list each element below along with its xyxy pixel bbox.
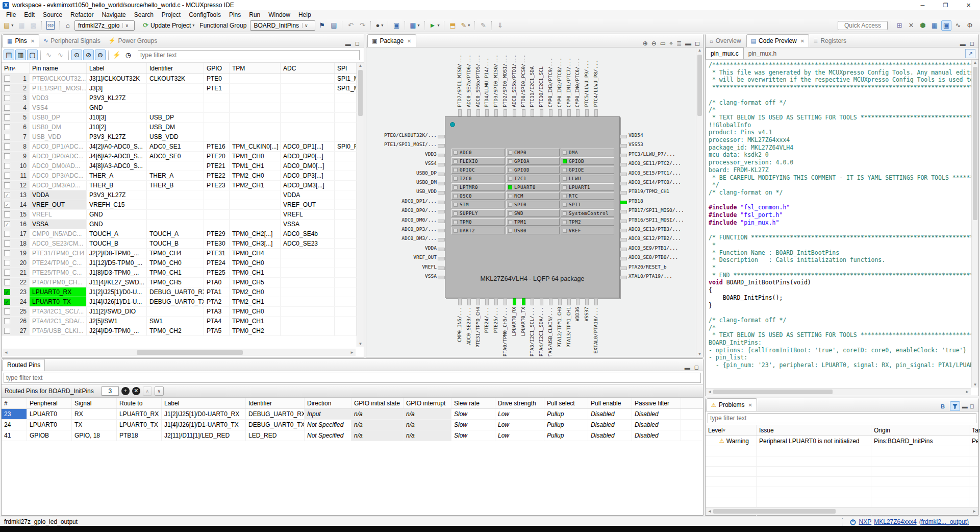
pins-table-row[interactable]: ✓14VREF_OUTVREFH_C15VREF_OUT [2,200,357,210]
peripheral-lptmr0[interactable]: LPTMR0 [451,183,505,191]
pin-stub[interactable] [620,276,627,279]
pins-table-row[interactable]: 15VREFLGNDVREFL [2,210,357,220]
column-header-pull-enable[interactable]: Pull enable [588,398,632,408]
routed-pins-row[interactable]: 41GPIOBGPIO, 18PTB18J2[11]/D11[1]/LED_RE… [2,430,703,441]
pins-table-row[interactable]: 3VDD3P3V3_KL27Z [2,93,357,103]
pin-stub[interactable] [438,163,445,166]
peripheral-rtc[interactable]: RTC [561,192,614,200]
package-pin-label[interactable]: ADC0_SE8/PTB0/... [629,254,698,260]
column-header-gpio[interactable]: GPIO [204,63,230,74]
export-code-icon[interactable]: ↗ [965,49,975,58]
package-pin-label[interactable]: PTB19/TPM2_CH1 [629,188,698,194]
peripheral-tpm2[interactable]: TPM2 [561,218,614,226]
pin-checkbox[interactable] [4,85,10,91]
package-pin-label[interactable]: ADC0_SE12/PTB2/... [629,235,698,241]
power-pins-button[interactable]: ⚡ [111,50,122,60]
close-icon[interactable]: ✕ [407,38,411,44]
pin-stub[interactable] [576,109,580,116]
pins-table-row[interactable]: ✓13VDDAP3V3_KL27ZVDDA [2,190,357,200]
peripheral-dma[interactable]: DMA [561,149,614,156]
peripheral-vref[interactable]: VREF [561,227,614,234]
pin-checkbox[interactable]: ✓ [4,289,10,295]
pin-stub[interactable] [620,248,627,251]
pin-checkbox[interactable] [4,240,10,247]
pins-filter-input[interactable] [138,50,360,60]
peripheral-spi1[interactable]: SPI1 [561,201,614,208]
code-editor[interactable]: /***************************************… [706,60,971,388]
peripheral-swd[interactable]: SWD [506,209,560,217]
peripheral-spi0[interactable]: SPI0 [506,201,560,208]
pin-stub[interactable] [504,298,507,305]
zoom-fit-icon[interactable]: ▭ [660,40,666,47]
peripheral-supply[interactable]: SUPPLY [451,209,505,217]
routed-pins-count-input[interactable] [102,386,119,396]
pins-table-row[interactable]: 8ADC0_DP1/ADC...J4[2]/A0-ADC0_S...ADC0_S… [2,142,357,152]
pin-checkbox[interactable] [4,163,10,169]
menu-refactor[interactable]: Refactor [66,11,97,18]
package-pin-label[interactable]: ADC0_SE13/PTB3/... [629,226,698,232]
pin-stub[interactable] [540,298,543,305]
pin-stub[interactable] [513,109,516,116]
pins-table-row[interactable]: 7USB_VDDP3V3_KL27ZUSB_VDD [2,132,357,142]
functional-group-combo[interactable]: BOARD_InitPins ∨ [250,20,315,31]
menu-file[interactable]: File [2,11,20,18]
column-header-issue[interactable]: Issue [757,425,871,436]
package-pin-label[interactable]: PTC3/LLWU_P7/... [629,151,698,157]
pin-checkbox[interactable] [4,318,10,324]
package-pin-label[interactable]: CMP0_IN1/PTC7/... [566,58,573,107]
pins-compact-view-button[interactable]: ▥ [15,50,26,60]
pin-stub[interactable] [620,229,627,232]
package-pin-label[interactable]: PTA20/RESET_b [629,264,698,270]
pin-stub[interactable] [522,109,525,116]
tab-routed-pins[interactable]: Routed Pins [3,359,45,371]
menu-edit[interactable]: Edit [20,11,39,18]
pin-checkbox[interactable] [4,134,10,140]
pin-stub[interactable] [620,191,627,195]
package-pin-label[interactable]: ADC0_DM0/... [367,217,437,223]
close-icon[interactable]: ✕ [748,402,752,408]
minimize-panel-icon[interactable]: ▬ [962,403,968,409]
package-pin-label[interactable]: VDDA [367,245,437,251]
device-link[interactable]: MKL27Z64xxx4 [874,518,916,525]
pins-table-row[interactable]: 17CMP0_IN5/ADC...TOUCH_ATOUCH_APTE29TPM0… [2,229,357,239]
peripheral-osc0[interactable]: OSC0 [451,192,505,200]
package-pin-label[interactable]: ADC0_SE14/PTC0/... [629,179,698,185]
flag-button[interactable]: ⚑ [317,20,327,31]
pin-stub[interactable] [504,109,507,116]
column-header-signal[interactable]: Signal [72,398,117,408]
pin-stub[interactable] [438,229,445,232]
column-header-slew-rate[interactable]: Slew rate [451,398,495,408]
package-pin-label[interactable]: ADC0_SE7b/PTD6/... [466,55,473,107]
peripheral-lpuart0[interactable]: LPUART0 [506,183,560,191]
pin-checkbox[interactable] [4,124,10,130]
package-pin-label[interactable]: PTA12/TPM1_CH0 [557,307,564,348]
pin-stub-routed[interactable] [522,298,525,305]
pins-table-row[interactable]: 5USB0_DPJ10[3]USB_DP [2,113,357,123]
pin-stub[interactable] [438,257,445,260]
pin-stub[interactable] [476,109,480,116]
column-header-passive-filter[interactable]: Passive filter [632,398,681,408]
package-pin-label[interactable]: PTD7/SPI1_MISO/... [457,55,464,107]
pin-stub[interactable] [620,267,627,270]
run-button[interactable]: ►▾ [428,20,441,31]
restore-window-button[interactable]: ❐ [934,0,957,10]
file-tab-pin-mux-h[interactable]: pin_mux.h [744,47,781,59]
pin-stub[interactable] [494,109,498,116]
package-pin-label[interactable]: PTB18 [629,198,698,204]
package-pin-label[interactable]: ADC0_SE15/PTC1/... [629,170,698,176]
pin-checkbox[interactable]: ✓ [4,192,10,198]
home-button[interactable]: ⌂ [63,20,73,31]
configuration-combo[interactable]: frdmkl27z_gpio ∨ [74,20,135,31]
pin-stub[interactable] [438,220,445,223]
pins-table-row[interactable]: 10ADC0_DM0/AD...J4[8]/A3-ADC0_S...PTE21T… [2,161,357,171]
menu-help[interactable]: Help [294,11,315,18]
pin-stub[interactable] [620,220,627,223]
pin-stub-routed[interactable] [513,298,516,305]
peripheral-gpioa[interactable]: GPIOA [506,157,560,165]
package-pin-label[interactable]: PTD2/SPI0_MOSI/... [502,55,509,107]
peripheral-gpioc[interactable]: GPIOC [451,166,505,174]
routed-pins-row[interactable]: 23LPUART0RXLPUART0_RXJ1[2]/J25[1]/D0-UAR… [2,409,703,420]
download-button[interactable]: ⇓ [495,20,505,31]
memory-button[interactable]: ▦▾ [408,20,421,31]
pin-checkbox[interactable] [4,231,10,237]
